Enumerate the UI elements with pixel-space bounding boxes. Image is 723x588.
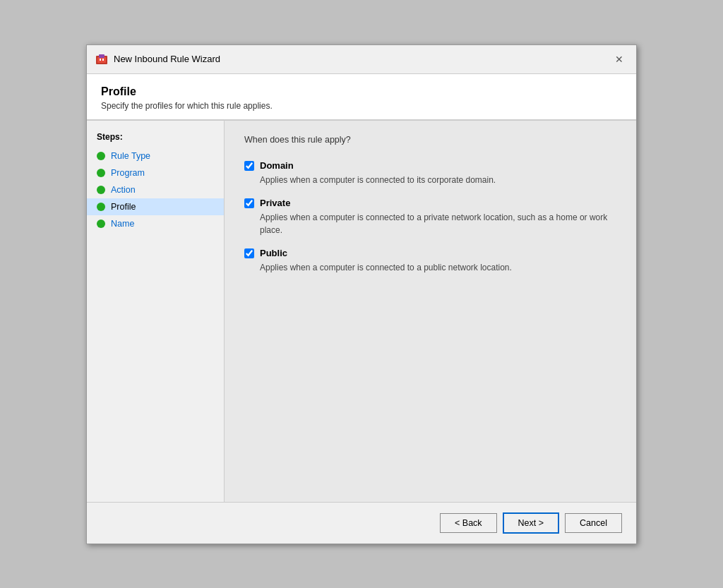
title-bar: New Inbound Rule Wizard ✕ bbox=[87, 45, 636, 74]
sidebar-item-program[interactable]: Program bbox=[87, 164, 224, 181]
cancel-button[interactable]: Cancel bbox=[565, 513, 622, 533]
option-row-domain: Domain bbox=[244, 160, 616, 171]
main-panel: When does this rule apply? Domain Applie… bbox=[225, 121, 636, 502]
question-text: When does this rule apply? bbox=[244, 135, 616, 145]
content-area: Steps: Rule Type Program Action Profile … bbox=[87, 121, 636, 502]
step-label-program: Program bbox=[111, 168, 145, 178]
checkbox-public[interactable] bbox=[244, 248, 254, 258]
back-button[interactable]: < Back bbox=[440, 513, 497, 533]
sidebar-item-name[interactable]: Name bbox=[87, 215, 224, 232]
footer: < Back Next > Cancel bbox=[87, 502, 636, 544]
next-button[interactable]: Next > bbox=[503, 512, 559, 534]
option-group-private: Private Applies when a computer is conne… bbox=[244, 198, 616, 236]
step-dot-profile bbox=[97, 203, 105, 211]
header-section: Profile Specify the profiles for which t… bbox=[87, 74, 636, 120]
steps-label: Steps: bbox=[87, 129, 224, 148]
step-dot-action bbox=[97, 186, 105, 194]
wizard-window: New Inbound Rule Wizard ✕ Profile Specif… bbox=[86, 44, 637, 544]
page-subtitle: Specify the profiles for which this rule… bbox=[101, 101, 622, 111]
title-bar-left: New Inbound Rule Wizard bbox=[95, 53, 220, 66]
option-row-private: Private bbox=[244, 198, 616, 208]
option-desc-domain: Applies when a computer is connected to … bbox=[260, 174, 616, 186]
window-title: New Inbound Rule Wizard bbox=[114, 54, 220, 64]
option-group-domain: Domain Applies when a computer is connec… bbox=[244, 160, 616, 186]
step-label-name: Name bbox=[111, 219, 134, 229]
sidebar: Steps: Rule Type Program Action Profile … bbox=[87, 121, 225, 502]
step-dot-name bbox=[97, 220, 105, 228]
sidebar-item-action[interactable]: Action bbox=[87, 181, 224, 198]
step-label-action: Action bbox=[111, 185, 136, 195]
svg-rect-3 bbox=[100, 59, 101, 61]
checkbox-domain[interactable] bbox=[244, 161, 254, 171]
svg-rect-1 bbox=[97, 57, 106, 63]
step-dot-rule-type bbox=[97, 152, 105, 160]
option-title-private: Private bbox=[260, 198, 290, 208]
option-title-public: Public bbox=[260, 248, 287, 258]
checkbox-private[interactable] bbox=[244, 198, 254, 208]
close-button[interactable]: ✕ bbox=[611, 51, 628, 68]
option-row-public: Public bbox=[244, 248, 616, 258]
option-title-domain: Domain bbox=[260, 160, 294, 171]
step-dot-program bbox=[97, 169, 105, 177]
step-label-rule-type: Rule Type bbox=[111, 151, 150, 161]
option-group-public: Public Applies when a computer is connec… bbox=[244, 248, 616, 274]
step-label-profile: Profile bbox=[111, 202, 136, 212]
svg-rect-4 bbox=[102, 59, 104, 61]
svg-rect-2 bbox=[99, 54, 104, 58]
option-desc-public: Applies when a computer is connected to … bbox=[260, 261, 616, 274]
option-desc-private: Applies when a computer is connected to … bbox=[260, 211, 616, 236]
sidebar-item-profile[interactable]: Profile bbox=[87, 198, 224, 215]
sidebar-item-rule-type[interactable]: Rule Type bbox=[87, 148, 224, 164]
app-icon bbox=[95, 53, 108, 66]
page-title: Profile bbox=[101, 85, 622, 98]
